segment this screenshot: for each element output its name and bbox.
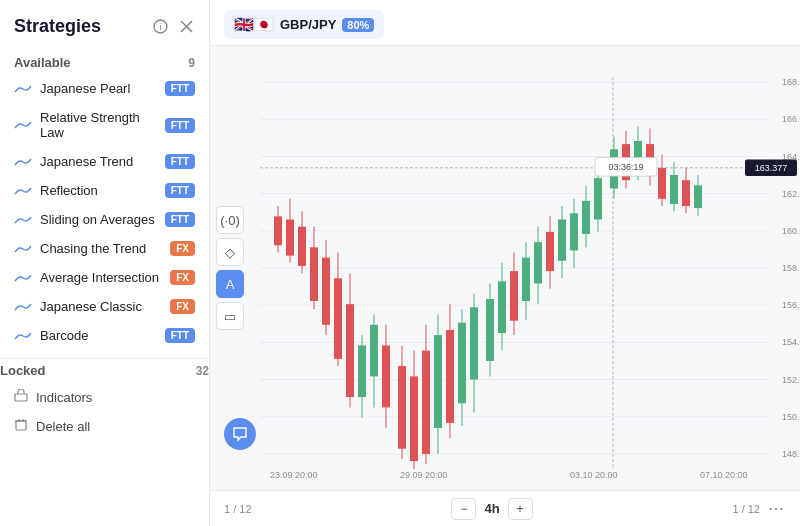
tool-rect[interactable]: ▭	[216, 302, 244, 330]
strategy-badge: FTT	[165, 212, 195, 227]
strategy-item[interactable]: Relative Strength Law FTT	[0, 103, 209, 147]
svg-rect-58	[398, 366, 406, 449]
svg-rect-5	[16, 421, 26, 430]
svg-rect-88	[582, 201, 590, 234]
svg-rect-64	[434, 335, 442, 428]
strategy-icon	[14, 271, 32, 285]
svg-rect-70	[470, 307, 478, 379]
more-options-button[interactable]: ⋯	[766, 497, 786, 520]
strategy-item[interactable]: Sliding on Averages FTT	[0, 205, 209, 234]
svg-text:154.000: 154.000	[782, 337, 800, 347]
strategy-icon	[14, 242, 32, 256]
strategy-name: Sliding on Averages	[40, 212, 157, 227]
strategy-icon	[14, 213, 32, 227]
strategy-badge: FX	[170, 299, 195, 314]
strategy-item[interactable]: Japanese Trend FTT	[0, 147, 209, 176]
svg-text:29.09 20:00: 29.09 20:00	[400, 469, 447, 479]
svg-rect-82	[546, 232, 554, 271]
pair-badge[interactable]: 🇬🇧🇯🇵 GBP/JPY 80%	[224, 10, 384, 39]
locked-label: Locked	[0, 363, 46, 378]
strategy-item[interactable]: Barcode FTT	[0, 321, 209, 350]
sidebar-title: Strategies	[14, 16, 101, 37]
svg-rect-60	[410, 376, 418, 461]
pair-flags: 🇬🇧🇯🇵	[234, 15, 274, 34]
svg-text:03.10 20:00: 03.10 20:00	[570, 469, 617, 479]
strategy-name: Chasing the Trend	[40, 241, 162, 256]
strategy-name: Barcode	[40, 328, 157, 343]
strategy-item[interactable]: Reflection FTT	[0, 176, 209, 205]
chart-bottom-bar: 1 / 12 − 4h + 1 / 12 ⋯	[210, 490, 800, 526]
svg-rect-50	[346, 304, 354, 397]
svg-rect-102	[670, 175, 678, 204]
strategy-badge: FTT	[165, 328, 195, 343]
svg-rect-46	[322, 258, 330, 325]
strategy-icon	[14, 82, 32, 96]
locked-action-label: Indicators	[36, 390, 92, 405]
tool-indicator[interactable]: (·0)	[216, 206, 244, 234]
strategy-item[interactable]: Average Intersection FX	[0, 263, 209, 292]
locked-actions: Indicators Delete all	[0, 378, 209, 446]
svg-rect-78	[522, 258, 530, 301]
svg-text:i: i	[160, 22, 162, 32]
strategy-name: Japanese Pearl	[40, 81, 157, 96]
svg-text:23.09 20:00: 23.09 20:00	[270, 469, 317, 479]
svg-text:166.000: 166.000	[782, 114, 800, 124]
svg-text:148.000: 148.000	[782, 449, 800, 459]
tool-text[interactable]: A	[216, 270, 244, 298]
strategy-icon	[14, 118, 32, 132]
sidebar-header: Strategies i	[0, 0, 209, 47]
svg-rect-52	[358, 345, 366, 397]
pair-name: GBP/JPY	[280, 17, 336, 32]
strategy-item[interactable]: Chasing the Trend FX	[0, 234, 209, 263]
svg-rect-86	[570, 213, 578, 250]
svg-rect-66	[446, 330, 454, 423]
strategy-icon	[14, 155, 32, 169]
strategy-badge: FTT	[165, 183, 195, 198]
locked-action-item[interactable]: Delete all	[14, 413, 195, 440]
svg-rect-100	[658, 168, 666, 199]
chat-button[interactable]	[224, 418, 256, 450]
svg-rect-106	[694, 185, 702, 208]
chart-body: (·0)◇A▭ 168.000 166.000 164.000 162.000 …	[210, 46, 800, 490]
locked-section: Locked 32	[0, 363, 209, 378]
bottom-right-text: 1 / 12	[732, 503, 760, 515]
zoom-out-button[interactable]: −	[451, 498, 476, 520]
strategy-badge: FTT	[165, 81, 195, 96]
svg-text:03:36:19: 03:36:19	[609, 162, 644, 172]
timeframe-controls: − 4h +	[451, 498, 532, 520]
svg-rect-54	[370, 325, 378, 377]
strategy-name: Relative Strength Law	[40, 110, 157, 140]
close-button[interactable]	[178, 18, 195, 35]
strategy-item[interactable]: Japanese Classic FX	[0, 292, 209, 321]
main-chart-area: 🇬🇧🇯🇵 GBP/JPY 80% (·0)◇A▭ 168.000	[210, 0, 800, 526]
strategy-item[interactable]: Japanese Pearl FTT	[0, 74, 209, 103]
chart-svg: 168.000 166.000 164.000 162.000 160.000 …	[210, 46, 800, 490]
strategy-badge: FTT	[165, 154, 195, 169]
available-section: Available 9	[0, 47, 209, 74]
svg-text:160.000: 160.000	[782, 226, 800, 236]
strategy-name: Average Intersection	[40, 270, 162, 285]
info-button[interactable]: i	[151, 17, 170, 36]
strategy-name: Japanese Trend	[40, 154, 157, 169]
tool-diamond[interactable]: ◇	[216, 238, 244, 266]
sidebar-header-icons: i	[151, 17, 195, 36]
pair-pct: 80%	[342, 18, 374, 32]
svg-text:07.10 20:00: 07.10 20:00	[700, 469, 747, 479]
svg-text:168.000: 168.000	[782, 77, 800, 87]
svg-rect-44	[310, 247, 318, 301]
page-indicator: 1 / 12	[224, 503, 252, 515]
zoom-in-button[interactable]: +	[508, 498, 533, 520]
svg-rect-68	[458, 323, 466, 404]
svg-rect-90	[594, 178, 602, 219]
strategy-icon	[14, 184, 32, 198]
locked-action-item[interactable]: Indicators	[14, 384, 195, 411]
available-label: Available	[14, 55, 71, 70]
timeframe-label: 4h	[484, 501, 499, 516]
strategy-name: Reflection	[40, 183, 157, 198]
bottom-right-area: 1 / 12 ⋯	[732, 497, 786, 520]
svg-rect-74	[498, 281, 506, 333]
svg-rect-80	[534, 242, 542, 283]
svg-text:150.000: 150.000	[782, 412, 800, 422]
available-count: 9	[188, 56, 195, 70]
svg-rect-4	[15, 394, 27, 401]
